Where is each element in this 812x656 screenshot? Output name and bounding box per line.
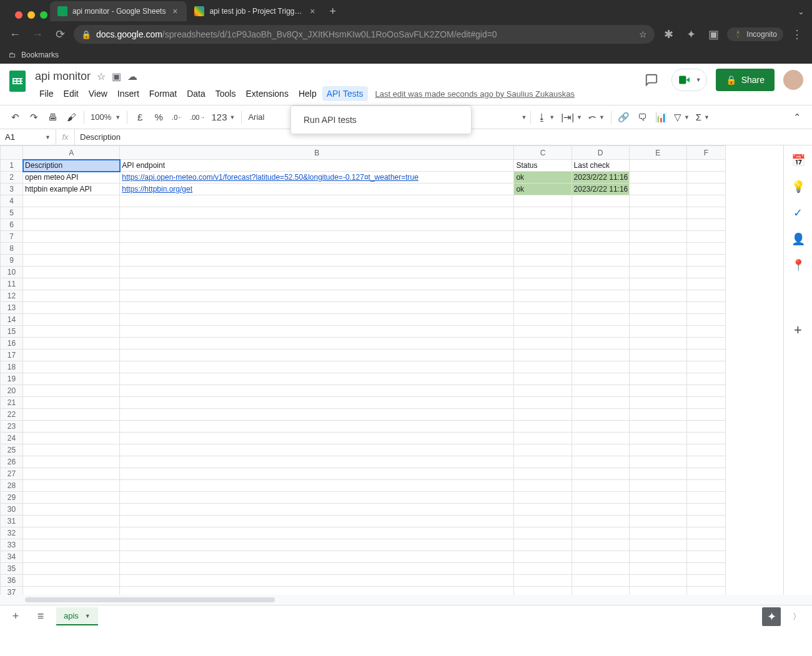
rotate-button[interactable]: ⤺▼ (586, 109, 607, 126)
star-icon[interactable]: ☆ (639, 29, 647, 39)
cell-C22[interactable] (514, 409, 572, 421)
cell-F10[interactable] (686, 267, 725, 278)
cell-E16[interactable] (629, 338, 686, 350)
cell-D35[interactable] (572, 563, 629, 575)
extension-icon[interactable]: ✱ (660, 26, 677, 43)
cell-B28[interactable] (120, 480, 514, 492)
menu-tools[interactable]: Tools (211, 86, 240, 101)
cell-C36[interactable] (514, 575, 572, 587)
cell-C31[interactable] (514, 516, 572, 527)
column-header-D[interactable]: D (572, 146, 629, 160)
cell-E21[interactable] (629, 397, 686, 409)
cell-C32[interactable] (514, 527, 572, 539)
row-header-15[interactable]: 15 (1, 326, 23, 338)
cell-D29[interactable] (572, 492, 629, 504)
cell-A33[interactable] (23, 539, 120, 551)
row-header-29[interactable]: 29 (1, 492, 23, 504)
cell-A23[interactable] (23, 421, 120, 433)
cell-C29[interactable] (514, 492, 572, 504)
column-header-B[interactable]: B (120, 146, 514, 160)
percent-button[interactable]: % (150, 109, 167, 126)
cell-C17[interactable] (514, 350, 572, 361)
cell-A36[interactable] (23, 575, 120, 587)
cell-A26[interactable] (23, 456, 120, 468)
cell-B27[interactable] (120, 468, 514, 480)
cell-B25[interactable] (120, 444, 514, 456)
cell-E14[interactable] (629, 314, 686, 326)
cell-E35[interactable] (629, 563, 686, 575)
api-endpoint-link[interactable]: https://httpbin.org/get (122, 185, 192, 193)
cell-F8[interactable] (686, 243, 725, 255)
cell-E10[interactable] (629, 267, 686, 278)
cell-F18[interactable] (686, 361, 725, 373)
cell-A2[interactable]: open meteo API (23, 172, 120, 184)
cell-F34[interactable] (686, 551, 725, 563)
cell-B26[interactable] (120, 456, 514, 468)
cell-D19[interactable] (572, 373, 629, 385)
cell-F23[interactable] (686, 421, 725, 433)
cell-A16[interactable] (23, 338, 120, 350)
cell-C3[interactable]: ok (514, 184, 572, 195)
cell-E25[interactable] (629, 444, 686, 456)
cell-D2[interactable]: 2023/2/22 11:16 (572, 172, 629, 184)
cell-B24[interactable] (120, 433, 514, 444)
cell-F33[interactable] (686, 539, 725, 551)
cell-C12[interactable] (514, 290, 572, 302)
cell-F1[interactable] (686, 160, 725, 172)
menu-api-tests[interactable]: API Tests (322, 86, 368, 101)
chevron-down-icon[interactable]: ▼ (521, 114, 527, 120)
cell-B3[interactable]: https://httpbin.org/get (120, 184, 514, 195)
row-header-3[interactable]: 3 (1, 184, 23, 195)
row-header-4[interactable]: 4 (1, 195, 23, 207)
cell-A11[interactable] (23, 278, 120, 290)
cell-B2[interactable]: https://api.open-meteo.com/v1/forecast?l… (120, 172, 514, 184)
row-header-20[interactable]: 20 (1, 385, 23, 397)
cell-B23[interactable] (120, 421, 514, 433)
cell-F25[interactable] (686, 444, 725, 456)
cell-F11[interactable] (686, 278, 725, 290)
reload-button[interactable]: ⟳ (51, 26, 69, 43)
cell-C16[interactable] (514, 338, 572, 350)
cell-B11[interactable] (120, 278, 514, 290)
row-header-14[interactable]: 14 (1, 314, 23, 326)
account-avatar[interactable] (783, 70, 803, 90)
cell-F19[interactable] (686, 373, 725, 385)
cell-F16[interactable] (686, 338, 725, 350)
cell-F31[interactable] (686, 516, 725, 527)
cell-C4[interactable] (514, 195, 572, 207)
cell-B37[interactable] (120, 587, 514, 595)
menu-view[interactable]: View (84, 86, 112, 101)
cell-B36[interactable] (120, 575, 514, 587)
grid[interactable]: ABCDEF1DescriptionAPI endpointStatusLast… (0, 145, 783, 595)
cell-B4[interactable] (120, 195, 514, 207)
cell-D11[interactable] (572, 278, 629, 290)
cell-A32[interactable] (23, 527, 120, 539)
cell-A20[interactable] (23, 385, 120, 397)
cell-E18[interactable] (629, 361, 686, 373)
browser-tab-triggers[interactable]: api test job - Project Triggers - ... × (187, 1, 324, 21)
move-icon[interactable]: ▣ (112, 71, 121, 82)
column-header-C[interactable]: C (514, 146, 572, 160)
comment-button[interactable]: 🗨 (634, 109, 651, 126)
cell-B16[interactable] (120, 338, 514, 350)
cell-C33[interactable] (514, 539, 572, 551)
cell-D6[interactable] (572, 219, 629, 231)
column-header-F[interactable]: F (686, 146, 725, 160)
add-sheet-button[interactable]: + (6, 607, 25, 626)
cell-B22[interactable] (120, 409, 514, 421)
cell-F5[interactable] (686, 207, 725, 219)
row-header-33[interactable]: 33 (1, 539, 23, 551)
star-icon[interactable]: ☆ (97, 71, 106, 82)
row-header-16[interactable]: 16 (1, 338, 23, 350)
cell-F17[interactable] (686, 350, 725, 361)
cell-B6[interactable] (120, 219, 514, 231)
cell-E19[interactable] (629, 373, 686, 385)
cell-C8[interactable] (514, 243, 572, 255)
cell-A15[interactable] (23, 326, 120, 338)
cell-A18[interactable] (23, 361, 120, 373)
cell-C10[interactable] (514, 267, 572, 278)
increase-decimals-button[interactable]: .00→ (187, 109, 207, 126)
column-header-A[interactable]: A (23, 146, 120, 160)
row-header-12[interactable]: 12 (1, 290, 23, 302)
cell-A17[interactable] (23, 350, 120, 361)
